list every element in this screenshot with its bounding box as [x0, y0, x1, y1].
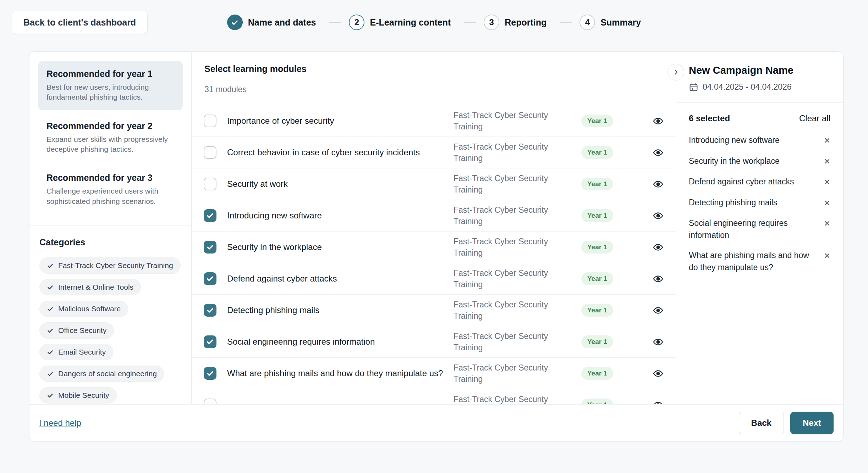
- category-pill-label: Internet & Online Tools: [58, 283, 133, 291]
- step-label: Summary: [600, 17, 641, 28]
- module-row: Importance of cyber security Fast-Track …: [192, 105, 676, 137]
- wizard-footer: I need help Back Next: [29, 404, 843, 441]
- eye-icon[interactable]: [653, 336, 664, 347]
- selected-module-label: Social engineering requires information: [689, 217, 816, 241]
- module-row: What are phishing mails and how do they …: [192, 358, 676, 389]
- module-title: Correct behavior in case of cyber securi…: [227, 148, 443, 157]
- check-icon: [206, 369, 214, 378]
- selected-module-list: Introducing new software ✕ Security in t…: [689, 134, 830, 273]
- stepper-step[interactable]: 2 E-Learning content: [349, 15, 484, 30]
- category-filter-pill[interactable]: Email Security: [39, 344, 113, 360]
- next-button[interactable]: Next: [790, 412, 834, 434]
- module-checkbox[interactable]: [204, 399, 216, 404]
- preview-cell: [634, 179, 666, 190]
- selected-count: 6 selected: [689, 113, 730, 123]
- module-checkbox[interactable]: [204, 304, 216, 317]
- eye-icon[interactable]: [653, 273, 664, 284]
- recommendation-title: Recommended for year 3: [46, 173, 174, 183]
- module-checkbox[interactable]: [204, 241, 216, 254]
- remove-module-icon[interactable]: ✕: [824, 250, 830, 262]
- step-number: 2: [355, 17, 359, 27]
- recommendation-option[interactable]: Recommended for year 1 Best for new user…: [38, 61, 183, 110]
- remove-module-icon[interactable]: ✕: [824, 177, 830, 188]
- module-training-name: Fast-Track Cyber Security Training: [454, 267, 560, 290]
- categories-heading: Categories: [39, 237, 181, 247]
- module-checkbox[interactable]: [204, 272, 216, 285]
- recommendation-option[interactable]: Recommended for year 3 Challenge experie…: [38, 165, 183, 214]
- year-badge-cell: Year 1: [571, 399, 624, 404]
- year-badge: Year 1: [581, 178, 613, 190]
- remove-module-icon[interactable]: ✕: [824, 197, 830, 209]
- modules-title: Select learning modules: [204, 64, 663, 74]
- module-row: Security at work Fast-Track Cyber Securi…: [192, 168, 676, 200]
- check-icon: [206, 306, 214, 315]
- eye-icon[interactable]: [653, 116, 664, 127]
- stepper-step[interactable]: 1 Name and dates: [227, 15, 349, 30]
- remove-module-icon[interactable]: ✕: [824, 218, 830, 230]
- remove-module-icon[interactable]: ✕: [824, 135, 830, 147]
- category-filter-pill[interactable]: Malicious Software: [39, 301, 128, 317]
- module-checkbox[interactable]: [204, 335, 216, 348]
- collapse-panel-button[interactable]: [668, 64, 684, 80]
- module-checkbox[interactable]: [204, 367, 216, 380]
- step-label: Reporting: [505, 17, 546, 28]
- selected-module-item: Introducing new software ✕: [689, 134, 830, 147]
- category-pill-label: Dangers of social engineering: [58, 369, 157, 378]
- selected-header: 6 selected Clear all: [689, 113, 830, 123]
- wizard-card: Recommended for year 1 Best for new user…: [29, 51, 844, 441]
- recommendation-option[interactable]: Recommended for year 2 Expand user skill…: [38, 113, 183, 162]
- module-training-name: Fast-Track Cyber Security Training: [454, 141, 560, 164]
- eye-icon[interactable]: [653, 210, 664, 221]
- module-training-name: Fast-Track Cyber Security Training: [454, 204, 560, 227]
- step-number: 3: [489, 17, 494, 27]
- eye-icon[interactable]: [653, 305, 664, 316]
- module-title: What are phishing mails and how do they …: [227, 368, 443, 378]
- year-badge: Year 1: [581, 399, 613, 404]
- category-filter-pill[interactable]: Fast-Track Cyber Security Training: [39, 257, 181, 274]
- eye-icon[interactable]: [653, 368, 664, 379]
- back-button[interactable]: Back: [739, 412, 784, 434]
- module-training-name: Fast-Track Cyber Security Training: [454, 394, 560, 404]
- eye-icon[interactable]: [653, 242, 664, 253]
- module-title: Defend against cyber attacks: [227, 274, 443, 284]
- recommendation-description: Challenge experienced users with sophist…: [46, 186, 174, 206]
- remove-module-icon[interactable]: ✕: [824, 156, 830, 168]
- recommendation-section: Recommended for year 1 Best for new user…: [29, 52, 191, 226]
- filters-sidebar: Recommended for year 1 Best for new user…: [29, 52, 192, 404]
- selected-module-label: What are phishing mails and how do they …: [689, 249, 816, 273]
- eye-icon[interactable]: [653, 147, 664, 158]
- category-filter-pill[interactable]: Internet & Online Tools: [39, 279, 141, 295]
- help-link[interactable]: I need help: [39, 418, 81, 428]
- year-badge: Year 1: [581, 209, 613, 222]
- step-label: Name and dates: [248, 17, 316, 28]
- module-checkbox[interactable]: [204, 209, 216, 222]
- check-icon: [206, 211, 214, 220]
- year-badge: Year 1: [581, 241, 613, 254]
- eye-icon[interactable]: [653, 179, 664, 190]
- selected-module-label: Security in the workplace: [689, 155, 816, 167]
- year-badge-cell: Year 1: [571, 272, 624, 285]
- step-label: E-Learning content: [370, 17, 451, 28]
- year-badge-cell: Year 1: [571, 335, 624, 348]
- year-badge: Year 1: [581, 115, 613, 127]
- selected-modules-section: 6 selected Clear all Introducing new sof…: [676, 103, 843, 292]
- step-connector: [560, 22, 572, 23]
- year-badge: Year 1: [581, 335, 613, 348]
- stepper-step[interactable]: 3 Reporting: [484, 15, 579, 30]
- module-checkbox[interactable]: [204, 146, 216, 159]
- card-body: Recommended for year 1 Best for new user…: [29, 52, 843, 404]
- module-title: Importance of cyber security: [227, 116, 443, 126]
- category-filter-pill[interactable]: Dangers of social engineering: [39, 366, 164, 382]
- category-filter-pill[interactable]: Mobile Security: [39, 387, 117, 404]
- check-icon: [231, 18, 239, 27]
- module-checkbox[interactable]: [204, 178, 216, 190]
- module-title: Introducing new software: [227, 211, 443, 221]
- year-badge: Year 1: [581, 367, 613, 380]
- eye-icon[interactable]: [653, 400, 664, 405]
- step-circle: 3: [484, 15, 499, 30]
- module-checkbox[interactable]: [204, 115, 216, 127]
- category-filter-pill[interactable]: Office Security: [39, 322, 114, 339]
- clear-all-button[interactable]: Clear all: [799, 113, 830, 123]
- stepper-step[interactable]: 4 Summary: [579, 15, 641, 30]
- calendar-icon: [689, 82, 698, 92]
